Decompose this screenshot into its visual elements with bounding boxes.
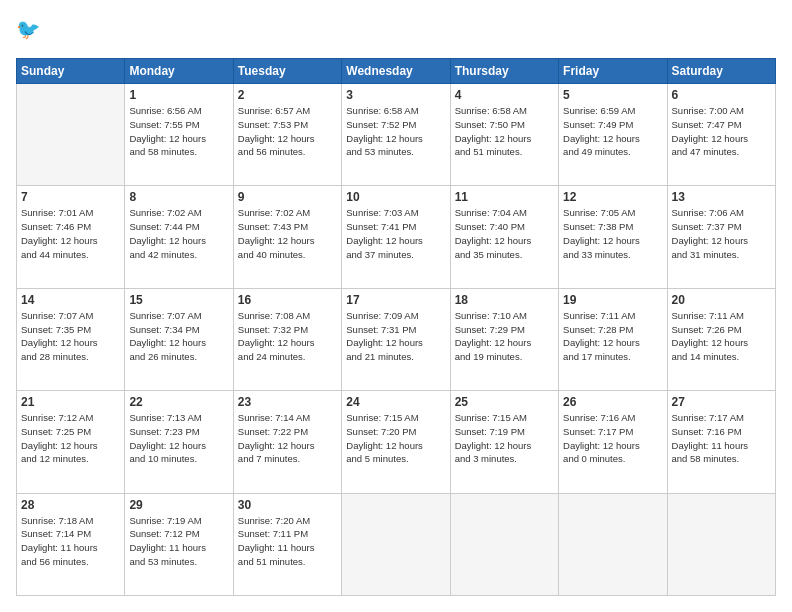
day-cell: 1Sunrise: 6:56 AMSunset: 7:55 PMDaylight…	[125, 84, 233, 186]
day-header-thursday: Thursday	[450, 59, 558, 84]
day-info: Sunrise: 7:13 AMSunset: 7:23 PMDaylight:…	[129, 411, 228, 466]
day-header-tuesday: Tuesday	[233, 59, 341, 84]
day-number: 3	[346, 88, 445, 102]
day-cell: 29Sunrise: 7:19 AMSunset: 7:12 PMDayligh…	[125, 493, 233, 595]
week-row-5: 28Sunrise: 7:18 AMSunset: 7:14 PMDayligh…	[17, 493, 776, 595]
day-number: 12	[563, 190, 662, 204]
day-cell	[342, 493, 450, 595]
day-info: Sunrise: 7:02 AMSunset: 7:44 PMDaylight:…	[129, 206, 228, 261]
day-number: 1	[129, 88, 228, 102]
day-number: 4	[455, 88, 554, 102]
day-cell: 25Sunrise: 7:15 AMSunset: 7:19 PMDayligh…	[450, 391, 558, 493]
day-info: Sunrise: 7:15 AMSunset: 7:20 PMDaylight:…	[346, 411, 445, 466]
day-number: 29	[129, 498, 228, 512]
day-cell: 15Sunrise: 7:07 AMSunset: 7:34 PMDayligh…	[125, 288, 233, 390]
day-info: Sunrise: 7:03 AMSunset: 7:41 PMDaylight:…	[346, 206, 445, 261]
day-number: 17	[346, 293, 445, 307]
day-cell: 26Sunrise: 7:16 AMSunset: 7:17 PMDayligh…	[559, 391, 667, 493]
day-info: Sunrise: 6:57 AMSunset: 7:53 PMDaylight:…	[238, 104, 337, 159]
day-number: 27	[672, 395, 771, 409]
day-info: Sunrise: 7:11 AMSunset: 7:26 PMDaylight:…	[672, 309, 771, 364]
calendar-table: SundayMondayTuesdayWednesdayThursdayFrid…	[16, 58, 776, 596]
day-number: 14	[21, 293, 120, 307]
day-info: Sunrise: 6:56 AMSunset: 7:55 PMDaylight:…	[129, 104, 228, 159]
day-header-monday: Monday	[125, 59, 233, 84]
day-info: Sunrise: 7:02 AMSunset: 7:43 PMDaylight:…	[238, 206, 337, 261]
week-row-4: 21Sunrise: 7:12 AMSunset: 7:25 PMDayligh…	[17, 391, 776, 493]
day-info: Sunrise: 7:14 AMSunset: 7:22 PMDaylight:…	[238, 411, 337, 466]
day-cell: 10Sunrise: 7:03 AMSunset: 7:41 PMDayligh…	[342, 186, 450, 288]
day-number: 6	[672, 88, 771, 102]
day-number: 21	[21, 395, 120, 409]
day-number: 8	[129, 190, 228, 204]
day-cell	[559, 493, 667, 595]
day-cell: 17Sunrise: 7:09 AMSunset: 7:31 PMDayligh…	[342, 288, 450, 390]
svg-text:🐦: 🐦	[16, 17, 41, 41]
calendar-body: 1Sunrise: 6:56 AMSunset: 7:55 PMDaylight…	[17, 84, 776, 596]
day-number: 2	[238, 88, 337, 102]
day-cell: 8Sunrise: 7:02 AMSunset: 7:44 PMDaylight…	[125, 186, 233, 288]
day-cell: 9Sunrise: 7:02 AMSunset: 7:43 PMDaylight…	[233, 186, 341, 288]
day-cell: 12Sunrise: 7:05 AMSunset: 7:38 PMDayligh…	[559, 186, 667, 288]
logo-icon: 🐦	[16, 16, 48, 48]
day-number: 22	[129, 395, 228, 409]
day-cell: 2Sunrise: 6:57 AMSunset: 7:53 PMDaylight…	[233, 84, 341, 186]
day-cell: 24Sunrise: 7:15 AMSunset: 7:20 PMDayligh…	[342, 391, 450, 493]
day-cell	[17, 84, 125, 186]
day-number: 10	[346, 190, 445, 204]
day-number: 24	[346, 395, 445, 409]
days-header-row: SundayMondayTuesdayWednesdayThursdayFrid…	[17, 59, 776, 84]
page-header: 🐦	[16, 16, 776, 48]
week-row-1: 1Sunrise: 6:56 AMSunset: 7:55 PMDaylight…	[17, 84, 776, 186]
day-number: 15	[129, 293, 228, 307]
day-cell: 11Sunrise: 7:04 AMSunset: 7:40 PMDayligh…	[450, 186, 558, 288]
day-number: 5	[563, 88, 662, 102]
day-header-wednesday: Wednesday	[342, 59, 450, 84]
day-header-saturday: Saturday	[667, 59, 775, 84]
day-number: 20	[672, 293, 771, 307]
day-info: Sunrise: 7:18 AMSunset: 7:14 PMDaylight:…	[21, 514, 120, 569]
day-number: 7	[21, 190, 120, 204]
day-cell	[667, 493, 775, 595]
day-cell: 20Sunrise: 7:11 AMSunset: 7:26 PMDayligh…	[667, 288, 775, 390]
day-number: 25	[455, 395, 554, 409]
day-cell: 28Sunrise: 7:18 AMSunset: 7:14 PMDayligh…	[17, 493, 125, 595]
day-number: 18	[455, 293, 554, 307]
day-info: Sunrise: 7:11 AMSunset: 7:28 PMDaylight:…	[563, 309, 662, 364]
day-number: 30	[238, 498, 337, 512]
day-cell: 16Sunrise: 7:08 AMSunset: 7:32 PMDayligh…	[233, 288, 341, 390]
day-number: 23	[238, 395, 337, 409]
day-cell: 19Sunrise: 7:11 AMSunset: 7:28 PMDayligh…	[559, 288, 667, 390]
day-number: 13	[672, 190, 771, 204]
day-number: 9	[238, 190, 337, 204]
day-number: 16	[238, 293, 337, 307]
day-info: Sunrise: 7:07 AMSunset: 7:34 PMDaylight:…	[129, 309, 228, 364]
day-cell: 21Sunrise: 7:12 AMSunset: 7:25 PMDayligh…	[17, 391, 125, 493]
day-cell: 23Sunrise: 7:14 AMSunset: 7:22 PMDayligh…	[233, 391, 341, 493]
day-cell: 5Sunrise: 6:59 AMSunset: 7:49 PMDaylight…	[559, 84, 667, 186]
day-info: Sunrise: 7:19 AMSunset: 7:12 PMDaylight:…	[129, 514, 228, 569]
calendar-page: 🐦 SundayMondayTuesdayWednesdayThursdayFr…	[0, 0, 792, 612]
day-cell: 6Sunrise: 7:00 AMSunset: 7:47 PMDaylight…	[667, 84, 775, 186]
week-row-3: 14Sunrise: 7:07 AMSunset: 7:35 PMDayligh…	[17, 288, 776, 390]
day-cell: 22Sunrise: 7:13 AMSunset: 7:23 PMDayligh…	[125, 391, 233, 493]
day-cell	[450, 493, 558, 595]
day-cell: 3Sunrise: 6:58 AMSunset: 7:52 PMDaylight…	[342, 84, 450, 186]
week-row-2: 7Sunrise: 7:01 AMSunset: 7:46 PMDaylight…	[17, 186, 776, 288]
day-info: Sunrise: 7:05 AMSunset: 7:38 PMDaylight:…	[563, 206, 662, 261]
day-info: Sunrise: 7:08 AMSunset: 7:32 PMDaylight:…	[238, 309, 337, 364]
day-number: 11	[455, 190, 554, 204]
day-info: Sunrise: 6:58 AMSunset: 7:52 PMDaylight:…	[346, 104, 445, 159]
logo: 🐦	[16, 16, 52, 48]
day-info: Sunrise: 7:20 AMSunset: 7:11 PMDaylight:…	[238, 514, 337, 569]
day-info: Sunrise: 7:10 AMSunset: 7:29 PMDaylight:…	[455, 309, 554, 364]
day-number: 19	[563, 293, 662, 307]
day-cell: 13Sunrise: 7:06 AMSunset: 7:37 PMDayligh…	[667, 186, 775, 288]
day-cell: 27Sunrise: 7:17 AMSunset: 7:16 PMDayligh…	[667, 391, 775, 493]
day-number: 26	[563, 395, 662, 409]
day-cell: 7Sunrise: 7:01 AMSunset: 7:46 PMDaylight…	[17, 186, 125, 288]
day-cell: 4Sunrise: 6:58 AMSunset: 7:50 PMDaylight…	[450, 84, 558, 186]
day-info: Sunrise: 7:06 AMSunset: 7:37 PMDaylight:…	[672, 206, 771, 261]
day-header-friday: Friday	[559, 59, 667, 84]
day-info: Sunrise: 7:07 AMSunset: 7:35 PMDaylight:…	[21, 309, 120, 364]
